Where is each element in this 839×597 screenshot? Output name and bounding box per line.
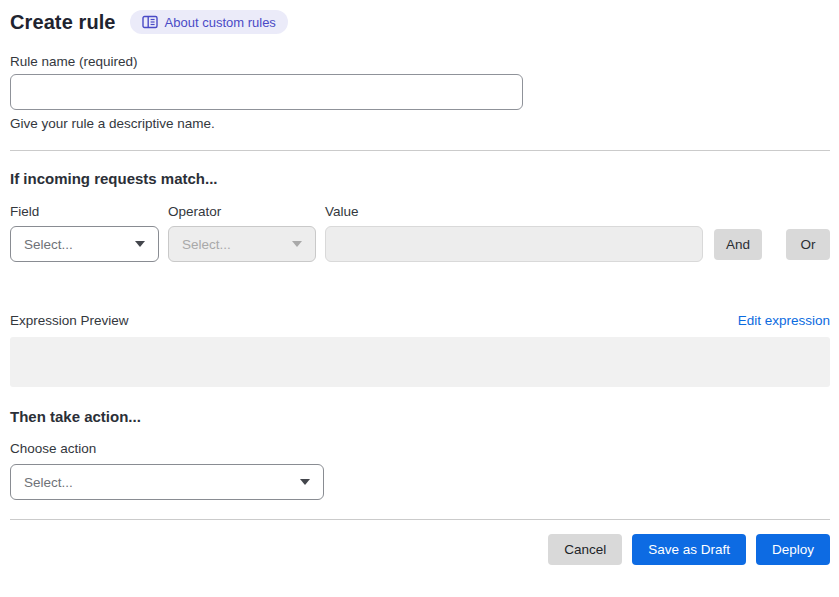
value-input [325, 226, 703, 262]
value-label: Value [325, 204, 703, 219]
footer-divider [10, 519, 830, 520]
header: Create rule About custom rules [10, 10, 830, 34]
operator-column: Operator Select... [168, 204, 316, 262]
chevron-down-icon [292, 241, 302, 247]
expression-preview-box [10, 337, 830, 387]
rule-name-helper-text: Give your rule a descriptive name. [10, 116, 830, 131]
value-column: Value [325, 204, 703, 262]
book-icon [142, 15, 158, 29]
chevron-down-icon [300, 479, 310, 485]
expression-preview-label: Expression Preview [10, 313, 129, 328]
rule-name-label: Rule name (required) [10, 54, 830, 69]
choose-action-select-value: Select... [24, 475, 73, 490]
operator-select-value: Select... [182, 237, 231, 252]
action-section-heading: Then take action... [10, 408, 830, 425]
criteria-row: Field Select... Operator Select... Value… [10, 204, 830, 262]
choose-action-label: Choose action [10, 441, 830, 456]
chevron-down-icon [135, 241, 145, 247]
section-divider [10, 150, 830, 151]
cancel-button[interactable]: Cancel [548, 534, 622, 565]
field-label: Field [10, 204, 159, 219]
operator-select: Select... [168, 226, 316, 262]
field-column: Field Select... [10, 204, 159, 262]
choose-action-select[interactable]: Select... [10, 464, 324, 500]
edit-expression-link[interactable]: Edit expression [738, 313, 830, 328]
or-button[interactable]: Or [786, 229, 830, 260]
match-section-heading: If incoming requests match... [10, 170, 830, 187]
about-badge-label: About custom rules [165, 15, 276, 30]
operator-label: Operator [168, 204, 316, 219]
expression-preview-row: Expression Preview Edit expression [10, 313, 830, 328]
field-select[interactable]: Select... [10, 226, 159, 262]
create-rule-page: Create rule About custom rules Rule name… [0, 0, 839, 565]
deploy-button[interactable]: Deploy [756, 534, 830, 565]
field-select-value: Select... [24, 237, 73, 252]
and-button[interactable]: And [714, 229, 762, 260]
about-custom-rules-badge[interactable]: About custom rules [130, 10, 288, 34]
page-title: Create rule [10, 11, 116, 34]
footer-actions: Cancel Save as Draft Deploy [10, 534, 830, 565]
save-as-draft-button[interactable]: Save as Draft [632, 534, 746, 565]
rule-name-input[interactable] [10, 74, 523, 110]
